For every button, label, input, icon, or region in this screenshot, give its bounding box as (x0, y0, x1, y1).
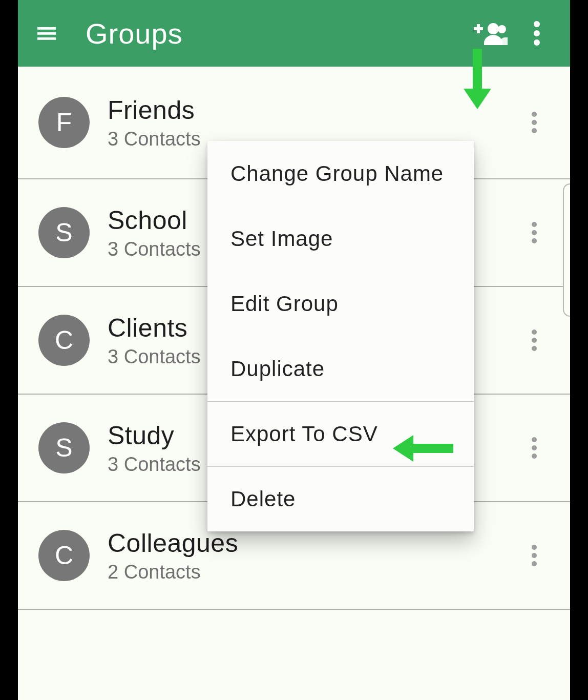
svg-point-11 (532, 230, 537, 235)
svg-point-13 (532, 330, 537, 335)
menu-set-image[interactable]: Set Image (207, 206, 474, 271)
app-bar: Groups (18, 0, 570, 67)
svg-point-1 (498, 25, 506, 33)
svg-point-7 (532, 112, 537, 117)
item-overflow-icon[interactable] (519, 207, 550, 258)
scroll-handle[interactable] (563, 183, 570, 317)
svg-point-5 (534, 30, 540, 36)
svg-point-14 (532, 338, 537, 343)
group-name: Colleagues (108, 528, 519, 558)
svg-point-16 (532, 437, 537, 442)
group-name: Friends (108, 95, 519, 125)
add-group-icon[interactable] (468, 10, 514, 56)
item-overflow-icon[interactable] (519, 315, 550, 366)
overflow-icon[interactable] (514, 10, 560, 56)
svg-point-0 (488, 23, 499, 34)
context-menu: Change Group Name Set Image Edit Group D… (207, 141, 474, 531)
avatar: C (38, 530, 90, 581)
item-overflow-icon[interactable] (519, 530, 550, 581)
avatar: F (38, 97, 90, 148)
group-count: 2 Contacts (108, 561, 519, 583)
app-screen: Groups F Friends 3 Contacts (18, 0, 570, 700)
menu-edit-group[interactable]: Edit Group (207, 271, 474, 336)
list-item-text: Colleagues 2 Contacts (108, 528, 519, 583)
menu-icon[interactable] (28, 15, 65, 52)
avatar: S (38, 422, 90, 473)
item-overflow-icon[interactable] (519, 97, 550, 148)
svg-rect-3 (477, 24, 480, 33)
menu-export-csv[interactable]: Export To CSV (207, 401, 474, 466)
svg-point-21 (532, 561, 537, 566)
avatar: C (38, 315, 90, 366)
page-title: Groups (86, 17, 468, 50)
svg-point-8 (532, 120, 537, 125)
svg-point-20 (532, 553, 537, 558)
svg-point-18 (532, 454, 537, 459)
svg-point-9 (532, 128, 537, 133)
svg-point-15 (532, 346, 537, 351)
item-overflow-icon[interactable] (519, 422, 550, 473)
svg-point-10 (532, 222, 537, 227)
menu-delete[interactable]: Delete (207, 466, 474, 531)
svg-point-19 (532, 545, 537, 550)
svg-point-17 (532, 445, 537, 450)
svg-point-4 (534, 21, 540, 27)
svg-point-6 (534, 39, 540, 46)
avatar: S (38, 207, 90, 258)
menu-change-name[interactable]: Change Group Name (207, 141, 474, 206)
svg-point-12 (532, 238, 537, 243)
menu-duplicate[interactable]: Duplicate (207, 336, 474, 401)
